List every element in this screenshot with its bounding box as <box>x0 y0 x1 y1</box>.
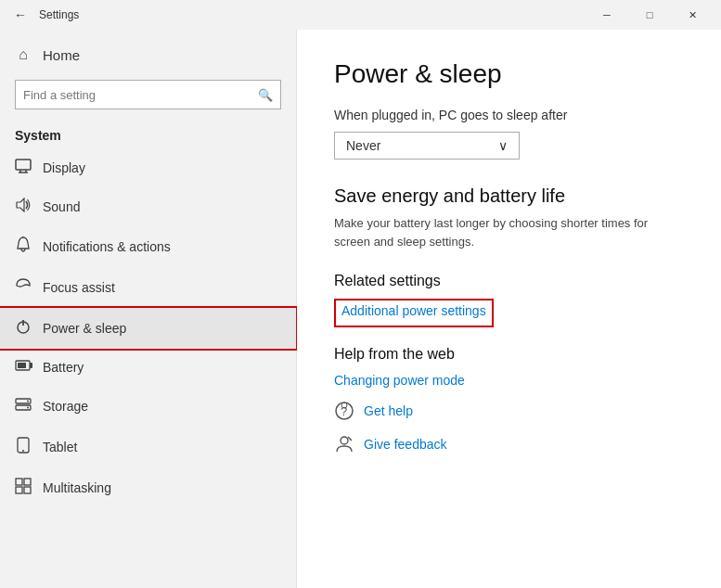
tablet-icon <box>15 437 32 457</box>
display-icon <box>15 159 32 177</box>
sidebar-item-multitasking[interactable]: Multitasking <box>0 467 296 508</box>
storage-label: Storage <box>43 399 88 414</box>
give-feedback-icon <box>334 434 354 454</box>
page-title: Power & sleep <box>334 59 684 89</box>
save-energy-title: Save energy and battery life <box>334 185 684 207</box>
svg-rect-18 <box>24 479 31 485</box>
battery-icon <box>15 359 32 376</box>
close-button[interactable]: ✕ <box>671 0 714 30</box>
multitasking-icon <box>15 478 32 498</box>
power-icon <box>15 318 32 339</box>
get-help-link[interactable]: Get help <box>364 403 413 418</box>
sidebar-item-power[interactable]: Power & sleep <box>0 308 296 349</box>
sidebar-item-home[interactable]: ⌂ Home <box>0 37 296 72</box>
svg-point-16 <box>22 450 24 452</box>
focus-label: Focus assist <box>43 280 115 295</box>
home-label: Home <box>43 47 80 63</box>
sidebar: ⌂ Home 🔍 System Display <box>0 30 297 588</box>
svg-rect-9 <box>30 363 32 368</box>
sidebar-item-display[interactable]: Display <box>0 148 296 187</box>
svg-point-24 <box>341 437 348 444</box>
titlebar: ← Settings ─ □ ✕ <box>0 0 721 30</box>
save-energy-desc: Make your battery last longer by choosin… <box>334 214 684 250</box>
search-input[interactable] <box>23 88 252 102</box>
svg-marker-4 <box>17 198 24 211</box>
sidebar-item-battery[interactable]: Battery <box>0 349 296 386</box>
chevron-down-icon: ∨ <box>498 138 508 153</box>
minimize-button[interactable]: ─ <box>586 0 628 30</box>
sidebar-section-label: System <box>0 117 296 148</box>
sound-label: Sound <box>43 199 80 214</box>
changing-power-link[interactable]: Changing power mode <box>334 373 465 388</box>
svg-rect-20 <box>24 487 31 493</box>
battery-label: Battery <box>43 360 84 375</box>
home-icon: ⌂ <box>15 46 32 63</box>
additional-power-link[interactable]: Additional power settings <box>341 303 486 318</box>
help-from-web-title: Help from the web <box>334 346 684 363</box>
multitasking-label: Multitasking <box>43 480 111 495</box>
additional-power-settings-highlight: Additional power settings <box>334 299 494 327</box>
svg-point-13 <box>27 401 29 403</box>
svg-rect-17 <box>16 479 22 485</box>
give-feedback-item: Give feedback <box>334 434 684 454</box>
sound-icon <box>15 198 32 216</box>
storage-icon <box>15 396 32 416</box>
related-settings-title: Related settings <box>334 273 684 289</box>
svg-rect-10 <box>18 363 26 368</box>
get-help-icon: ? <box>334 401 354 421</box>
support-links: ? Get help Give feedback <box>334 401 684 454</box>
notifications-icon <box>15 236 32 257</box>
svg-rect-0 <box>16 160 31 170</box>
give-feedback-link[interactable]: Give feedback <box>364 437 447 452</box>
tablet-label: Tablet <box>43 440 77 454</box>
svg-rect-19 <box>16 487 22 493</box>
svg-point-14 <box>27 407 29 409</box>
get-help-item: ? Get help <box>334 401 684 421</box>
maximize-button[interactable]: □ <box>628 0 671 30</box>
search-icon: 🔍 <box>258 88 273 102</box>
main-content: Power & sleep When plugged in, PC goes t… <box>297 30 721 588</box>
power-label: Power & sleep <box>43 321 126 336</box>
sidebar-item-tablet[interactable]: Tablet <box>0 427 296 467</box>
window-controls: ─ □ ✕ <box>586 0 714 30</box>
sidebar-item-sound[interactable]: Sound <box>0 187 296 226</box>
search-box[interactable]: 🔍 <box>15 80 281 109</box>
focus-icon <box>15 277 32 298</box>
back-button[interactable]: ← <box>7 2 33 28</box>
titlebar-title: Settings <box>33 8 586 21</box>
sidebar-item-storage[interactable]: Storage <box>0 386 296 427</box>
sleep-dropdown[interactable]: Never ∨ <box>334 132 520 160</box>
notifications-label: Notifications & actions <box>43 239 171 254</box>
display-label: Display <box>43 160 85 175</box>
app-body: ⌂ Home 🔍 System Display <box>0 30 721 588</box>
sleep-section-label: When plugged in, PC goes to sleep after <box>334 108 684 122</box>
sleep-value: Never <box>346 138 380 153</box>
sidebar-item-focus[interactable]: Focus assist <box>0 267 296 308</box>
sidebar-item-notifications[interactable]: Notifications & actions <box>0 226 296 267</box>
